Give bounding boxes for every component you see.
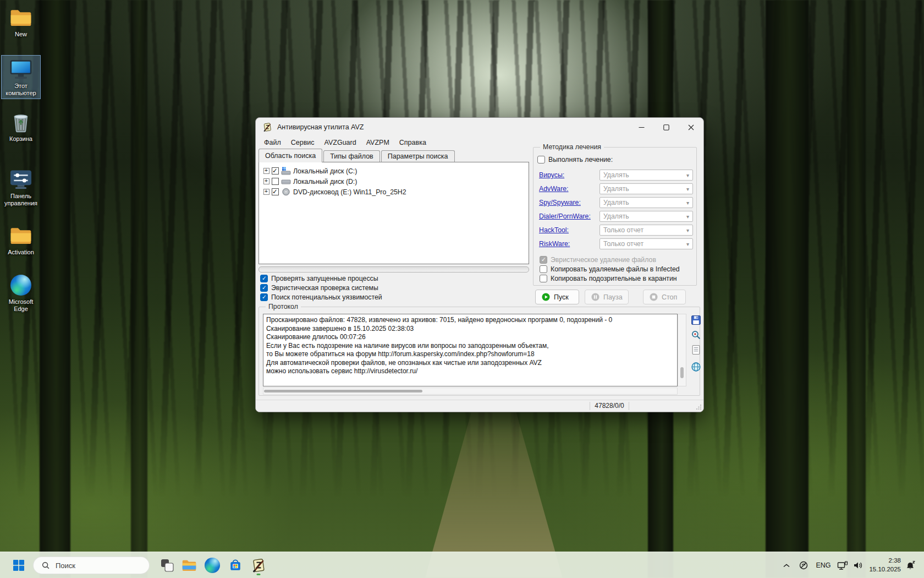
search-log-button[interactable] — [691, 330, 701, 340]
option-label: Копировать подозрительные в карантин — [551, 275, 677, 282]
edge-button[interactable] — [201, 554, 223, 576]
recycle-bin-icon — [8, 111, 34, 134]
tab-search-area[interactable]: Область поиска — [258, 149, 322, 162]
microsoft-store-icon — [228, 558, 243, 573]
play-icon — [542, 293, 550, 301]
category-row-pornware: Dialer/PornWare: Удалять — [539, 211, 692, 222]
perform-cure-option[interactable]: Выполнять лечение: — [537, 156, 613, 163]
window-title: Антивирусная утилита AVZ — [277, 123, 364, 131]
riskware-action-select[interactable]: Только отчет — [600, 238, 693, 249]
vertical-scrollbar[interactable] — [678, 314, 686, 386]
maximize-button[interactable] — [654, 118, 679, 137]
log-line: Для автоматической проверки файлов, не о… — [266, 359, 674, 368]
desktop-icon-edge[interactable]: Microsoft Edge — [1, 271, 41, 315]
spyware-link[interactable]: Spy/Spyware: — [539, 199, 581, 206]
pause-button[interactable]: Пауза — [585, 290, 629, 304]
pause-icon — [591, 293, 600, 301]
taskbar-search[interactable]: Поиск — [33, 557, 150, 574]
desktop-icon-control-panel[interactable]: Панель управления — [1, 165, 41, 209]
clock[interactable]: 2:38 15.10.2025 — [859, 556, 901, 574]
chevron-up-icon — [783, 563, 790, 568]
desktop-icon-new[interactable]: New — [1, 3, 41, 41]
option-heuristic-removal[interactable]: Эвристическое удаление файлов — [540, 255, 656, 264]
minimize-button[interactable] — [629, 118, 654, 137]
microsoft-store-button[interactable] — [224, 554, 246, 576]
scrollbar-thumb[interactable] — [680, 367, 684, 378]
avz-taskbar-button[interactable] — [248, 554, 270, 576]
checkbox-icon[interactable] — [260, 293, 268, 301]
dvd-checkbox[interactable] — [272, 188, 279, 195]
tab-strip: Область поиска Типы файлов Параметры пои… — [258, 149, 456, 162]
stop-button[interactable]: Стоп — [643, 290, 686, 304]
menu-avzguard[interactable]: AVZGuard — [320, 138, 361, 148]
scrollbar-thumb[interactable] — [264, 390, 422, 392]
drive-d-checkbox[interactable] — [272, 178, 279, 185]
desktop-icon-this-pc[interactable]: Этот компьютер — [1, 55, 41, 99]
advware-link[interactable]: AdvWare: — [539, 185, 569, 193]
tray-expand-button[interactable] — [777, 552, 796, 578]
desktop-icon-activation[interactable]: Activation — [1, 221, 41, 259]
start-button-taskbar[interactable] — [8, 554, 30, 576]
tree-row-dvd[interactable]: DVD-дисковод (E:) Win11_Pro_25H2 — [261, 187, 526, 197]
menu-service[interactable]: Сервис — [286, 138, 320, 148]
option-copy-suspicious[interactable]: Копировать подозрительные в карантин — [540, 274, 677, 282]
option-check-processes[interactable]: Проверять запущенные процессы — [260, 274, 378, 282]
option-heuristic-check[interactable]: Эвристическая проверка системы — [260, 283, 378, 292]
viruses-link[interactable]: Вирусы: — [539, 171, 564, 179]
tab-file-types[interactable]: Типы файлов — [323, 150, 380, 162]
riskware-link[interactable]: RiskWare: — [539, 240, 570, 248]
checkbox-icon[interactable] — [540, 265, 547, 273]
close-button[interactable] — [679, 118, 703, 137]
start-button[interactable]: Пуск — [535, 290, 579, 304]
checkbox-icon[interactable] — [540, 256, 547, 264]
hacktool-link[interactable]: HackTool: — [539, 226, 569, 234]
checkbox-icon[interactable] — [260, 284, 268, 292]
tree-row-label: Локальный диск (D:) — [293, 178, 357, 186]
menu-help[interactable]: Справка — [394, 138, 431, 148]
search-placeholder: Поиск — [56, 561, 75, 570]
option-copy-deleted[interactable]: Копировать удаляемые файлы в Infected — [540, 265, 680, 273]
language-indicator[interactable]: ENG — [814, 552, 833, 578]
report-document-button[interactable] — [691, 345, 701, 355]
wallpaper-trunk — [847, 0, 866, 578]
upload-globe-button[interactable] — [691, 362, 701, 372]
tree-row-drive-c[interactable]: Локальный диск (C:) — [261, 166, 526, 176]
category-row-viruses: Вирусы: Удалять — [539, 170, 692, 181]
scan-counter: 47828/0/0 — [590, 402, 629, 410]
option-vulnerability-search[interactable]: Поиск потенциальных уязвимостей — [260, 293, 382, 301]
checkbox-icon[interactable] — [260, 275, 268, 282]
desktop: New Этот компьютер Корзина — [0, 0, 924, 578]
menu-avzpm[interactable]: AVZPM — [361, 138, 394, 148]
expand-icon[interactable] — [263, 178, 270, 184]
checkbox-icon[interactable] — [540, 275, 547, 282]
desktop-icon-label: New — [15, 31, 27, 38]
menu-file[interactable]: Файл — [259, 138, 286, 148]
save-log-button[interactable] — [691, 315, 701, 325]
expand-icon[interactable] — [263, 189, 270, 195]
pornware-action-select[interactable]: Удалять — [600, 211, 693, 222]
network-tray-button[interactable] — [835, 552, 850, 578]
expand-icon[interactable] — [263, 168, 270, 174]
checkbox-icon[interactable] — [537, 156, 545, 163]
drive-c-checkbox[interactable] — [272, 167, 279, 175]
wallpaper-trunk — [40, 0, 70, 578]
resize-grip[interactable] — [696, 404, 702, 410]
file-explorer-button[interactable] — [178, 554, 200, 576]
protocol-log[interactable]: Просканировано файлов: 47828, извлечено … — [263, 314, 678, 386]
tab-search-params[interactable]: Параметры поиска — [381, 150, 455, 162]
horizontal-scrollbar[interactable] — [263, 388, 678, 395]
spyware-action-select[interactable]: Удалять — [600, 197, 693, 208]
tree-row-drive-d[interactable]: Локальный диск (D:) — [261, 176, 526, 187]
muted-circle-icon — [799, 560, 809, 570]
viruses-action-select[interactable]: Удалять — [600, 170, 693, 181]
pornware-link[interactable]: Dialer/PornWare: — [539, 212, 591, 220]
desktop-icon-label: Activation — [8, 249, 34, 256]
desktop-icon-recycle-bin[interactable]: Корзина — [1, 108, 41, 145]
drive-tree[interactable]: Локальный диск (C:) Локальный диск (D:) — [258, 162, 529, 264]
advware-action-select[interactable]: Удалять — [600, 183, 693, 194]
task-view-button[interactable] — [156, 554, 178, 576]
hacktool-action-select[interactable]: Только отчет — [600, 225, 693, 236]
notification-bell-button[interactable] — [903, 552, 917, 578]
title-bar[interactable]: Антивирусная утилита AVZ — [256, 118, 703, 137]
muted-status-button[interactable] — [795, 552, 812, 578]
